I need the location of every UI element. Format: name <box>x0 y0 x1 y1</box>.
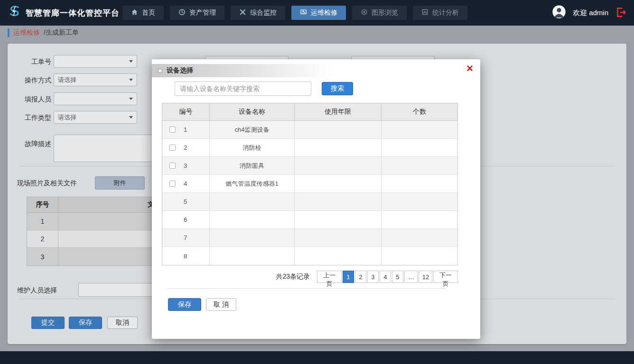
row-number: 8 <box>184 253 187 260</box>
row-checkbox[interactable] <box>169 127 176 133</box>
device-name-cell: 消防栓 <box>210 139 295 156</box>
row-number: 6 <box>184 216 187 223</box>
header-count: 个数 <box>382 103 457 120</box>
device-row[interactable]: 6 <box>162 211 457 229</box>
device-row[interactable]: 3 消防面具 <box>162 157 457 175</box>
app-logo-icon <box>7 5 22 20</box>
dialog-save-button[interactable]: 保存 <box>168 298 201 311</box>
device-selection-dialog: 设备选择 ✕ 搜索 编号 设备名称 使用年限 个数 1 ch4监测设备 2 消防… <box>152 59 480 339</box>
device-years-cell <box>295 139 382 156</box>
device-years-cell <box>295 157 382 174</box>
row-checkbox[interactable] <box>169 181 176 187</box>
device-row[interactable]: 2 消防栓 <box>162 139 457 157</box>
device-row[interactable]: 5 <box>162 193 457 211</box>
device-years-cell <box>295 247 382 265</box>
brand: 智慧管廊一体化管控平台 <box>0 5 122 20</box>
nav-label: 首页 <box>142 9 155 17</box>
device-name-cell: ch4监测设备 <box>210 121 295 138</box>
nav-item-monitoring[interactable]: 综合监控 <box>231 6 285 20</box>
logout-button[interactable] <box>615 6 627 20</box>
device-count-cell <box>382 175 457 192</box>
nav-item-assets[interactable]: 资产管理 <box>170 6 224 20</box>
pulse-monitor-icon <box>300 9 307 18</box>
record-count-label: 共23条记录 <box>276 273 310 281</box>
device-years-cell <box>295 121 382 138</box>
search-button[interactable]: 搜索 <box>322 82 353 95</box>
device-row[interactable]: 8 <box>162 247 457 265</box>
nav-item-maintenance[interactable]: 运维检修 <box>291 6 346 20</box>
device-years-cell <box>295 175 382 192</box>
page-button-3[interactable]: 3 <box>367 271 379 283</box>
device-table-header: 编号 设备名称 使用年限 个数 <box>162 103 457 121</box>
avatar[interactable] <box>552 5 566 21</box>
header-years: 使用年限 <box>295 103 382 120</box>
row-number: 1 <box>184 126 187 133</box>
row-checkbox[interactable] <box>169 145 176 151</box>
page-button-5[interactable]: 5 <box>392 271 403 283</box>
page-button-12[interactable]: 12 <box>419 271 432 283</box>
nav-label: 统计分析 <box>432 9 459 17</box>
row-number: 7 <box>184 234 187 241</box>
tools-icon <box>239 9 246 18</box>
next-page-button[interactable]: 下一页 <box>433 271 458 283</box>
device-count-cell <box>382 157 457 174</box>
device-count-cell <box>382 139 457 156</box>
device-count-cell <box>382 121 457 138</box>
device-name-cell <box>210 247 295 265</box>
device-name-cell <box>210 193 295 210</box>
dialog-cancel-button[interactable]: 取 消 <box>206 298 236 311</box>
device-count-cell <box>382 193 457 210</box>
home-icon <box>131 9 138 18</box>
device-years-cell <box>295 211 382 228</box>
screen: 智慧管廊一体化管控平台 首页 资产管理 综合监控 运维检修 图形浏览 <box>0 0 634 364</box>
dialog-header[interactable]: 设备选择 <box>152 64 480 77</box>
device-row[interactable]: 1 ch4监测设备 <box>162 121 457 139</box>
device-name-cell <box>210 211 295 228</box>
logout-icon <box>615 6 627 20</box>
device-count-cell <box>382 247 457 265</box>
asset-management-icon <box>178 9 186 18</box>
nav-item-graphics[interactable]: 图形浏览 <box>352 6 407 20</box>
row-number: 4 <box>184 180 187 187</box>
chart-icon <box>421 9 429 18</box>
device-years-cell <box>295 229 382 246</box>
page-button-1[interactable]: 1 <box>343 271 354 283</box>
page-button-4[interactable]: 4 <box>380 271 391 283</box>
nav-item-home[interactable]: 首页 <box>122 6 164 20</box>
row-number: 3 <box>184 162 187 169</box>
dialog-divider <box>167 288 446 289</box>
device-count-cell <box>382 211 457 228</box>
device-table: 编号 设备名称 使用年限 个数 1 ch4监测设备 2 消防栓 3 消防面具 <box>162 103 458 265</box>
device-row[interactable]: 4 燃气管温度传感器1 <box>162 175 457 193</box>
device-search-input[interactable] <box>175 82 311 96</box>
header-no: 编号 <box>162 103 210 120</box>
device-name-cell <box>210 229 295 246</box>
header-name: 设备名称 <box>210 103 295 120</box>
close-icon[interactable]: ✕ <box>466 64 474 73</box>
eye-icon <box>361 9 368 18</box>
pagination-bar: 共23条记录 上一页 1 2 3 4 5 … 12 下一页 <box>152 270 458 283</box>
page-ellipsis[interactable]: … <box>404 271 418 283</box>
dialog-header-icon <box>158 69 162 73</box>
nav-label: 图形浏览 <box>372 9 398 17</box>
nav-label: 资产管理 <box>189 9 216 17</box>
main-nav: 首页 资产管理 综合监控 运维检修 图形浏览 统计分析 <box>122 6 467 20</box>
row-checkbox[interactable] <box>169 163 176 169</box>
row-number: 5 <box>184 198 187 205</box>
user-area: 欢迎 admin <box>552 0 627 26</box>
app-title: 智慧管廊一体化管控平台 <box>26 8 120 18</box>
welcome-text: 欢迎 admin <box>573 9 608 18</box>
device-name-cell: 燃气管温度传感器1 <box>210 175 295 192</box>
device-count-cell <box>382 229 457 246</box>
nav-label: 运维检修 <box>311 9 337 17</box>
prev-page-button[interactable]: 上一页 <box>317 271 342 283</box>
device-row[interactable]: 7 <box>162 229 457 247</box>
nav-item-statistics[interactable]: 统计分析 <box>413 6 467 20</box>
footer-bar <box>0 351 634 364</box>
dialog-title: 设备选择 <box>167 66 193 75</box>
device-name-cell: 消防面具 <box>210 157 295 174</box>
device-years-cell <box>295 193 382 210</box>
page-button-2[interactable]: 2 <box>355 271 366 283</box>
nav-label: 综合监控 <box>250 9 277 17</box>
row-number: 2 <box>184 144 187 151</box>
